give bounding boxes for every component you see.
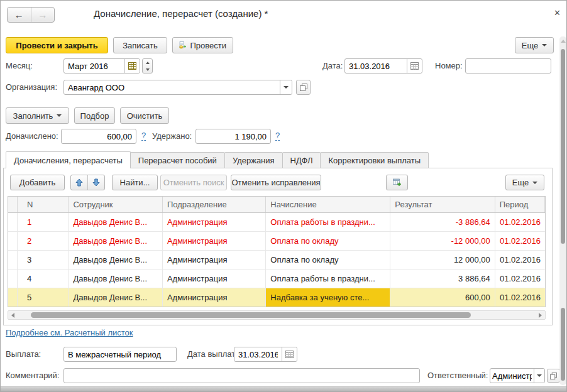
cell-department[interactable]: Администрация [163,288,266,307]
cell-n[interactable]: 1 [18,213,69,231]
table-row[interactable]: 1Давыдов Денис В...АдминистрацияОплата р… [8,213,545,232]
cell-result[interactable]: -12 000,00 [390,232,495,250]
table-row[interactable]: 4Давыдов Денис В...АдминистрацияОплата р… [8,270,545,288]
organization-input[interactable] [64,80,280,94]
column-header-период[interactable]: Период [495,197,545,212]
column-header-сотрудник[interactable]: Сотрудник [69,197,163,212]
cell-n[interactable]: 2 [18,232,69,250]
payment-input[interactable] [64,347,176,361]
payment-field[interactable] [63,347,177,362]
withheld-field[interactable] [195,129,271,144]
month-field[interactable] [63,58,140,74]
cell-period[interactable]: 01.02.2016 [495,270,545,288]
payslip-details-link[interactable]: Подробнее см. Расчетный листок [6,328,133,337]
tab-корректировки-выплаты[interactable]: Корректировки выплаты [320,152,429,168]
tab-ндфл[interactable]: НДФЛ [282,152,321,168]
more-button-top[interactable]: Еще [515,37,554,53]
cancel-corrections-button[interactable]: Отменить исправления [231,175,321,190]
responsible-dropdown-button[interactable] [534,369,544,383]
month-input[interactable] [64,59,124,73]
cell-employee[interactable]: Давыдов Денис В... [69,288,163,307]
number-input[interactable] [466,59,551,73]
fill-button[interactable]: Заполнить [6,107,69,124]
cancel-search-button[interactable]: Отменить поиск [160,175,227,190]
date-field[interactable] [344,58,422,74]
accrued-field[interactable] [61,129,136,144]
cell-department[interactable]: Администрация [163,270,266,288]
accrued-help-link[interactable]: ? [141,131,146,141]
organization-field[interactable] [63,80,292,95]
cell-accrual[interactable]: Оплата по окладу [266,251,390,269]
cell-result[interactable]: 3 886,64 [390,270,495,288]
comment-field[interactable] [63,368,420,383]
cell-period[interactable]: 01.02.2016 [495,251,545,269]
find-button[interactable]: Найти... [112,175,158,190]
more-button-grid[interactable]: Еще [505,175,544,190]
organization-open-button[interactable] [296,80,311,95]
post-and-close-button[interactable]: Провести и закрыть [6,37,108,53]
cell-result[interactable]: -3 886,64 [390,213,495,231]
cell-n[interactable]: 3 [18,251,69,269]
table-row[interactable]: 2Давыдов Денис В...АдминистрацияОплата п… [8,232,545,251]
payment-date-input[interactable] [234,347,282,361]
window-vertical-scrollbar[interactable] [559,36,566,385]
cell-employee[interactable]: Давыдов Денис В... [69,232,163,250]
cell-department[interactable]: Администрация [163,251,266,269]
month-picker-button[interactable] [124,59,140,73]
cell-result[interactable]: 600,00 [390,288,495,307]
pick-button[interactable]: Подбор [74,107,115,124]
table-row[interactable]: 3Давыдов Денис В...АдминистрацияОплата п… [8,251,545,270]
vertical-scroll-thumb[interactable] [561,49,565,244]
cell-accrual[interactable]: Оплата работы в праздни... [266,213,390,231]
tab-перерасчет-пособий[interactable]: Перерасчет пособий [130,152,225,168]
withheld-input[interactable] [196,129,270,143]
horizontal-scroll-thumb[interactable] [31,312,471,318]
column-header-начисление[interactable]: Начисление [266,197,390,212]
accrued-input[interactable] [62,129,136,143]
cell-result[interactable]: 12 000,00 [390,251,495,269]
post-button[interactable]: Провести [172,37,233,53]
cell-n[interactable]: 4 [18,270,69,288]
close-button[interactable]: ✕ [554,8,561,18]
cell-accrual[interactable]: Оплата работы в праздни... [266,270,390,288]
payment-date-field[interactable] [234,347,297,362]
insert-table-button[interactable] [386,175,408,190]
date-input[interactable] [345,59,407,73]
add-row-button[interactable]: Добавить [10,175,65,190]
move-up-button[interactable] [71,175,88,190]
back-button[interactable]: ← [8,8,31,22]
cell-n[interactable]: 5 [18,288,69,307]
tab-удержания[interactable]: Удержания [224,152,283,168]
cell-accrual[interactable]: Надбавка за ученую сте... [266,288,390,307]
responsible-field[interactable] [490,368,545,383]
tab-доначисления-перерасчеты[interactable]: Доначисления, перерасчеты [6,151,131,168]
column-header-результат[interactable]: Результат [390,197,495,212]
cell-employee[interactable]: Давыдов Денис В... [69,251,163,269]
month-stepper-down[interactable] [143,66,152,73]
column-header-n[interactable]: N [18,197,69,212]
cell-period[interactable]: 01.02.2016 [495,232,545,250]
column-header-подразделение[interactable]: Подразделение [163,197,266,212]
date-calendar-button[interactable] [407,59,422,73]
move-down-button[interactable] [88,175,104,190]
table-horizontal-scrollbar[interactable] [8,310,546,320]
table-row[interactable]: 5Давыдов Денис В...АдминистрацияНадбавка… [8,288,545,307]
withheld-help-link[interactable]: ? [275,131,280,141]
clear-button[interactable]: Очистить [120,107,169,124]
cell-accrual[interactable]: Оплата по окладу [266,232,390,250]
forward-button[interactable]: → [31,8,55,22]
organization-dropdown-button[interactable] [280,80,292,94]
cell-period[interactable]: 01.02.2016 [495,288,545,307]
comment-input[interactable] [64,369,419,383]
payment-date-calendar-button[interactable] [282,347,297,361]
write-button[interactable]: Записать [113,37,167,53]
responsible-open-button[interactable] [547,369,560,383]
cell-department[interactable]: Администрация [163,232,266,250]
cell-period[interactable]: 01.02.2016 [495,213,545,231]
cell-employee[interactable]: Давыдов Денис В... [69,213,163,231]
cell-department[interactable]: Администрация [163,213,266,231]
vertical-scroll-thumb-lower[interactable] [561,308,565,381]
cell-employee[interactable]: Давыдов Денис В... [69,270,163,288]
responsible-input[interactable] [490,369,534,383]
month-stepper-up[interactable] [143,59,152,66]
